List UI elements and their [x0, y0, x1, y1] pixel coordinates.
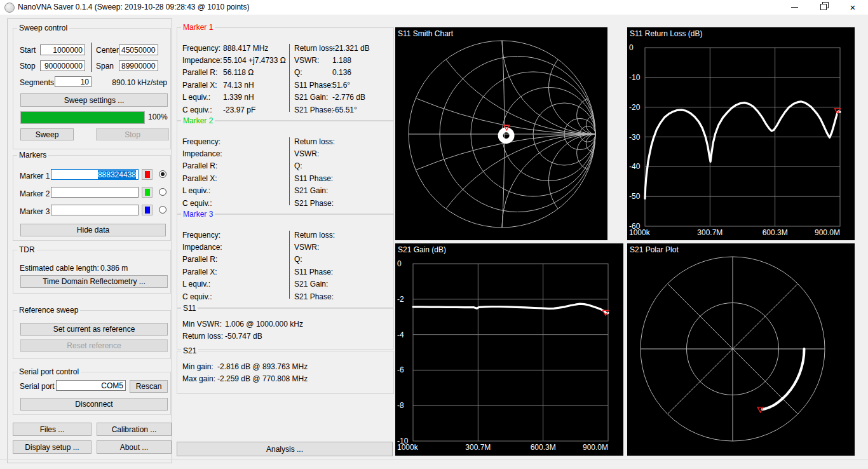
field-label: Frequency: [182, 44, 223, 53]
svg-text:900.0M: 900.0M [583, 443, 608, 452]
s11-rows: Min VSWR:1.006 @ 1000.000 kHzReturn loss… [182, 318, 303, 343]
data-row: VSWR:1.188 [294, 54, 370, 66]
field-label: Parallel X: [182, 174, 223, 183]
marker-1-radio[interactable] [159, 170, 166, 178]
marker-1-input[interactable]: 888324438 [51, 169, 139, 180]
rescan-button[interactable]: Rescan [130, 380, 168, 393]
gain-trace [413, 304, 608, 313]
s21-gain-chart[interactable]: S21 Gain (dB) 0-2-4-6-8-101000k300.7M600… [395, 243, 623, 456]
files-button[interactable]: Files ... [13, 423, 92, 436]
start-input[interactable] [40, 44, 85, 55]
window-minimize-button[interactable] [785, 0, 804, 14]
disconnect-button[interactable]: Disconnect [20, 398, 168, 411]
polar-trace [763, 349, 804, 409]
marker-3-right-column: Return loss:VSWR:Q:S11 Phase:S21 Gain:S2… [294, 229, 332, 302]
serial-port-label: Serial port [20, 382, 55, 391]
field-label: VSWR: [294, 149, 332, 158]
start-label: Start [20, 46, 36, 55]
s11-return-loss-chart[interactable]: S11 Return Loss (dB) 0-10-20-30-40-50-60… [627, 27, 855, 240]
svg-text:900.0M: 900.0M [815, 228, 840, 237]
marker-3-input[interactable] [51, 205, 139, 215]
smith-trace [501, 130, 512, 141]
s21-gain-canvas[interactable]: 0-2-4-6-8-101000k300.7M600.3M900.0M [395, 243, 623, 456]
s11-smith-chart-canvas[interactable] [395, 27, 607, 240]
field-label: Q: [294, 161, 332, 170]
field-label: Parallel X: [182, 81, 223, 90]
column-divider [91, 43, 92, 72]
data-row: Frequency: [182, 135, 223, 147]
data-row: Parallel R: [182, 254, 223, 266]
marker-2-color-swatch [145, 189, 150, 196]
field-label: S21 Gain: [294, 186, 332, 195]
marker-1-color-swatch [145, 171, 150, 178]
s21-rows: Min gain:-2.816 dB @ 893.763 MHzMax gain… [182, 360, 308, 385]
tdr-button[interactable]: Time Domain Reflectometry ... [20, 275, 168, 288]
data-row: VSWR: [294, 241, 332, 253]
data-row: Max gain:-2.259 dB @ 770.808 MHz [182, 372, 308, 384]
field-label: C equiv.: [182, 105, 223, 114]
marker-2-label: Marker 2 [20, 189, 50, 198]
section-divider [289, 231, 290, 299]
field-label: Q: [294, 255, 332, 264]
window-close-button[interactable]: × [843, 0, 862, 14]
marker-1-color-button[interactable] [142, 169, 153, 180]
s21-polar-chart[interactable]: S21 Polar Plot [627, 243, 855, 456]
s11-return-loss-canvas[interactable]: 0-10-20-30-40-50-601000k300.7M600.3M900.… [627, 27, 855, 240]
marker-3-radio[interactable] [159, 206, 166, 214]
field-label: Impedance: [182, 56, 223, 65]
marker-2-section: Marker 2 Frequency:Impedance:Parallel R:… [177, 121, 394, 214]
data-row: Min gain:-2.816 dB @ 893.763 MHz [182, 360, 308, 372]
marker-2-radio[interactable] [159, 188, 166, 196]
display-setup-button[interactable]: Display setup ... [13, 440, 92, 454]
marker-2-input[interactable] [51, 187, 139, 198]
svg-text:-30: -30 [629, 133, 641, 142]
data-row: Q: [294, 160, 332, 172]
data-row: S21 Phase: [294, 197, 332, 209]
data-row: Return loss: [294, 135, 332, 147]
s11-smith-chart[interactable]: S11 Smith Chart [395, 27, 607, 240]
field-value: -65.51° [332, 105, 357, 114]
step-size-text: 890.10 kHz/step [112, 78, 167, 87]
stop-button[interactable]: Stop [96, 128, 169, 140]
svg-text:-10: -10 [629, 73, 641, 82]
field-value: 1.006 @ 1000.000 kHz [225, 320, 303, 329]
svg-text:-2: -2 [397, 295, 404, 304]
field-label: Parallel X: [182, 268, 223, 276]
stop-input[interactable] [40, 60, 85, 71]
span-label: Span [96, 62, 114, 71]
field-label: Frequency: [182, 231, 223, 240]
serial-port-group: Serial port control Serial port Rescan D… [13, 372, 171, 415]
reset-reference-button[interactable]: Reset reference [20, 339, 168, 352]
data-row: C equiv.: [182, 290, 223, 302]
window-title: NanoVNA Saver 0.1.4 (Sweep: 2019-10-28 0… [18, 3, 249, 11]
marker-3-label: Marker 3 [20, 207, 50, 216]
center-input[interactable] [119, 44, 158, 55]
section-divider [289, 137, 290, 205]
marker-2-color-button[interactable] [142, 187, 153, 198]
marker-1-value: 888324438 [98, 170, 136, 179]
about-button[interactable]: About ... [97, 440, 172, 454]
field-value: 74.13 nH [223, 81, 254, 90]
sweep-settings-button[interactable]: Sweep settings ... [20, 93, 168, 107]
progress-fill [21, 112, 144, 123]
field-label: L equiv.: [182, 186, 223, 195]
span-input[interactable] [119, 60, 158, 71]
svg-text:1000k: 1000k [397, 443, 419, 452]
data-row: C equiv.:-23.97 pF [182, 104, 286, 116]
svg-text:-50: -50 [629, 192, 641, 201]
marker-3-color-button[interactable] [142, 205, 153, 215]
data-row: S11 Phase: [294, 172, 332, 184]
field-label: Impedance: [182, 149, 223, 158]
calibration-button[interactable]: Calibration ... [97, 423, 172, 436]
cable-length-value: 0.386 m [100, 264, 128, 273]
segments-input[interactable] [55, 76, 92, 87]
set-reference-button[interactable]: Set current as reference [20, 323, 168, 336]
analysis-button[interactable]: Analysis ... [177, 442, 393, 456]
s21-polar-canvas[interactable] [627, 243, 855, 456]
sweep-button[interactable]: Sweep [20, 128, 74, 140]
marker-1-right-column: Return loss:-21.321 dBVSWR:1.188Q:0.136S… [294, 42, 370, 116]
window-restore-button[interactable] [814, 0, 833, 14]
serial-port-input[interactable] [56, 380, 126, 391]
hide-data-button[interactable]: Hide data [20, 224, 166, 236]
field-value: 56.118 Ω [223, 68, 254, 77]
